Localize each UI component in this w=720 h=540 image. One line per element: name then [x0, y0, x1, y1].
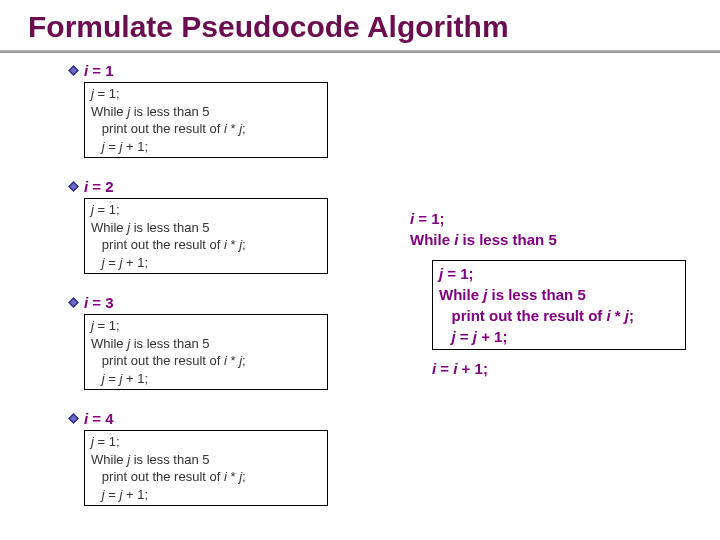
iteration-code-box-3: j = 1;While j is less than 5 print out t… — [84, 314, 328, 390]
diamond-bullet-icon — [68, 297, 78, 307]
iteration-header-4: i = 4 — [84, 410, 114, 427]
outer-post-line-1: i = i + 1; — [432, 360, 488, 377]
diamond-bullet-icon — [68, 65, 78, 75]
title-underline — [0, 50, 720, 53]
diamond-bullet-icon — [68, 413, 78, 423]
iteration-code-box-2: j = 1;While j is less than 5 print out t… — [84, 198, 328, 274]
iteration-header-1: i = 1 — [84, 62, 114, 79]
outer-pre-line-1: i = 1; — [410, 210, 445, 227]
outer-pre-line-2: While i is less than 5 — [410, 231, 557, 248]
page-title: Formulate Pseudocode Algorithm — [28, 10, 509, 44]
iteration-header-3: i = 3 — [84, 294, 114, 311]
inner-loop-box: j = 1;While j is less than 5 print out t… — [432, 260, 686, 350]
iteration-code-box-1: j = 1;While j is less than 5 print out t… — [84, 82, 328, 158]
diamond-bullet-icon — [68, 181, 78, 191]
iteration-header-2: i = 2 — [84, 178, 114, 195]
iteration-code-box-4: j = 1;While j is less than 5 print out t… — [84, 430, 328, 506]
